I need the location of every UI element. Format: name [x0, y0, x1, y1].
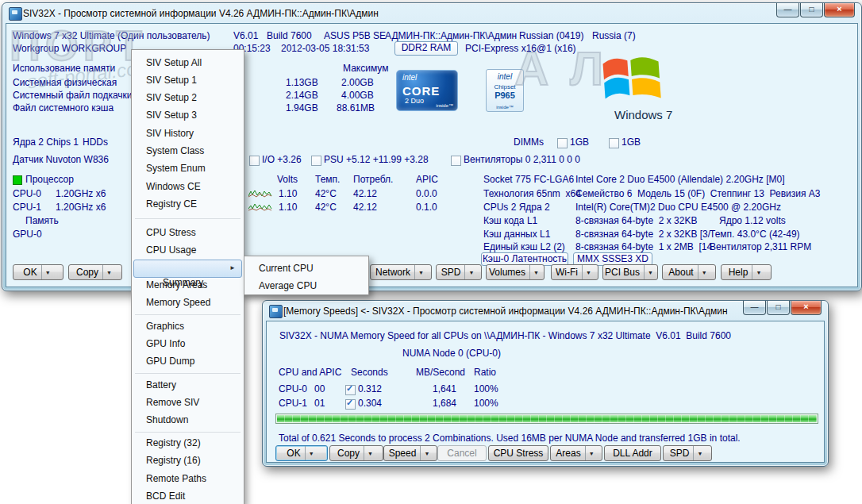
- speed-button[interactable]: Speed ▼: [383, 445, 437, 461]
- col-header-cpu-apic: CPU and APIC: [279, 367, 341, 378]
- io-checkbox[interactable]: [249, 156, 260, 166]
- cpu1-activity-sparkline: [248, 201, 272, 212]
- dropdown-arrow-icon[interactable]: ▼: [102, 265, 114, 279]
- submenu-item-current-cpu[interactable]: Current CPU: [246, 260, 367, 277]
- dll-addr-button-label: DLL Addr: [613, 448, 652, 459]
- dropdown-arrow-icon[interactable]: ▼: [693, 446, 705, 460]
- dropdown-arrow-icon[interactable]: ▼: [305, 446, 317, 460]
- cpu-stress-button[interactable]: CPU Stress: [488, 445, 548, 461]
- core-text: CORE: [402, 84, 440, 98]
- copy-button[interactable]: Copy ▼: [68, 264, 122, 280]
- summary-submenu: Current CPU Average CPU: [244, 256, 369, 295]
- speed-titlebar[interactable]: [Memory Speeds] <- SIV32X - Просмотр сис…: [263, 301, 828, 321]
- dropdown-arrow-icon[interactable]: ▼: [420, 446, 432, 460]
- menu-item-cpu-stress[interactable]: CPU Stress: [133, 225, 242, 241]
- speed-total-text: Total of 0.621 Seconds to process 2 Comb…: [279, 433, 741, 444]
- dropdown-arrow-icon[interactable]: ▼: [582, 265, 594, 279]
- spd-button[interactable]: SPD ▼: [663, 445, 712, 461]
- menu-item-gpu-info[interactable]: GPU Info: [133, 336, 242, 352]
- hdds-label: HDDs: [83, 137, 108, 148]
- spd-button-label: SPD: [670, 448, 690, 459]
- menu-item-shutdown[interactable]: Shutdown: [133, 412, 242, 429]
- dropdown-arrow-icon[interactable]: ▼: [644, 265, 656, 279]
- menu-separator: [135, 314, 241, 315]
- maximize-button[interactable]: □: [767, 301, 790, 315]
- maximize-button[interactable]: □: [800, 3, 823, 17]
- volumes-button[interactable]: Volumes ▼: [486, 264, 545, 280]
- technology-text: Технология 65nm x64: [483, 188, 581, 199]
- menu-item-system-class[interactable]: System Class: [133, 143, 242, 160]
- menu-item-memory-speed[interactable]: Memory Speed: [133, 294, 242, 311]
- speed-progress-fill: [277, 415, 817, 422]
- copy-button[interactable]: Copy ▼: [329, 445, 383, 461]
- menu-item-registry-16[interactable]: Registry (16): [133, 452, 242, 469]
- core-volts-text: Ядро 1.12 volts: [719, 215, 786, 226]
- siv-app-icon[interactable]: [9, 7, 22, 21]
- spd-button-label: SPD: [441, 267, 461, 278]
- menu-item-siv-setup-all[interactable]: SIV Setup All: [133, 55, 242, 71]
- dropdown-arrow-icon[interactable]: ▼: [752, 265, 764, 279]
- network-button[interactable]: Network ▼: [370, 264, 432, 280]
- menu-item-siv-setup-3[interactable]: SIV Setup 3: [133, 107, 242, 124]
- dropdown-arrow-icon[interactable]: ▼: [364, 446, 375, 460]
- wifi-button[interactable]: Wi-Fi ▼: [551, 264, 598, 280]
- menu-item-gpu-dump[interactable]: GPU Dump: [133, 353, 242, 370]
- dropdown-arrow-icon[interactable]: ▼: [698, 265, 710, 279]
- menu-item-siv-setup-1[interactable]: SIV Setup 1: [133, 72, 242, 89]
- menu-separator: [135, 373, 241, 374]
- menu-item-remote-paths[interactable]: Remote Paths: [133, 471, 242, 487]
- ddr2-ram-button[interactable]: DDR2 RAM: [394, 41, 458, 56]
- spd-button[interactable]: SPD ▼: [436, 264, 482, 280]
- dll-addr-button[interactable]: DLL Addr: [604, 445, 661, 461]
- cpu0-label: CPU-0: [13, 188, 41, 199]
- intel-chipset-logo: intel Chipset P965 inside™: [486, 69, 524, 112]
- hostname-text: АДМИН-ПК::Админ-ПК\Админ: [385, 30, 517, 41]
- main-titlebar[interactable]: SIV32X - Просмотр системной информации V…: [2, 3, 861, 23]
- dimm1-checkbox[interactable]: [557, 138, 568, 148]
- intel-brand-text: intel: [487, 72, 523, 81]
- mem-max-1: 2.00GB: [341, 77, 374, 88]
- build-text: Build 7600: [267, 30, 312, 41]
- dropdown-arrow-icon[interactable]: ▼: [41, 265, 53, 279]
- chipset-model-text: P965: [487, 90, 523, 100]
- psu-checkbox[interactable]: [311, 156, 321, 166]
- help-button[interactable]: Help ▼: [721, 264, 772, 280]
- minimize-button[interactable]: —: [776, 3, 799, 17]
- ok-button[interactable]: OK ▼: [275, 445, 328, 461]
- menu-item-system-enum[interactable]: System Enum: [133, 160, 242, 177]
- menu-item-windows-ce[interactable]: Windows CE: [133, 179, 242, 195]
- mem-used-1: 1.13GB: [286, 77, 318, 88]
- speed-row-apic: 01: [314, 398, 325, 409]
- dimm2-checkbox[interactable]: [609, 138, 619, 148]
- menu-item-registry-32[interactable]: Registry (32): [133, 435, 242, 452]
- pci-bus-button[interactable]: PCI Bus ▼: [602, 264, 658, 280]
- menu-item-summary[interactable]: Summary ►: [133, 260, 242, 278]
- siv-app-icon[interactable]: [269, 305, 283, 318]
- dropdown-arrow-icon[interactable]: ▼: [529, 265, 541, 279]
- menu-item-cpu-usage[interactable]: CPU Usage: [133, 242, 242, 259]
- cpu0-seconds-checkbox[interactable]: ✓: [345, 385, 356, 395]
- ok-button[interactable]: OK ▼: [13, 264, 63, 280]
- menu-item-memory-areas[interactable]: Memory Areas: [133, 277, 242, 294]
- menu-item-registry-ce[interactable]: Registry CE: [133, 196, 242, 213]
- submenu-arrow-icon: ►: [229, 260, 236, 275]
- menu-item-graphics[interactable]: Graphics: [133, 318, 242, 335]
- areas-button[interactable]: Areas ▼: [550, 445, 602, 461]
- mem-max-2: 4.00GB: [341, 90, 374, 101]
- menu-item-bcd-edit[interactable]: BCD Edit: [133, 488, 242, 504]
- close-button[interactable]: ×: [791, 301, 822, 315]
- dropdown-arrow-icon[interactable]: ▼: [464, 265, 476, 279]
- menu-item-battery[interactable]: Battery: [133, 377, 242, 394]
- dropdown-arrow-icon[interactable]: ▼: [414, 265, 426, 279]
- submenu-item-average-cpu[interactable]: Average CPU: [246, 278, 367, 294]
- about-button[interactable]: About ▼: [662, 264, 716, 280]
- speed-progress-bar: [275, 414, 818, 424]
- menu-item-siv-setup-2[interactable]: SIV Setup 2: [133, 90, 242, 106]
- cpu1-seconds-checkbox[interactable]: ✓: [345, 399, 356, 410]
- menu-item-siv-history[interactable]: SIV History: [133, 125, 242, 142]
- close-button[interactable]: ×: [824, 3, 855, 17]
- fans-checkbox[interactable]: [451, 156, 461, 166]
- minimize-button[interactable]: —: [743, 301, 766, 315]
- menu-item-remove-siv[interactable]: Remove SIV: [133, 394, 242, 411]
- dropdown-arrow-icon[interactable]: ▼: [585, 446, 597, 460]
